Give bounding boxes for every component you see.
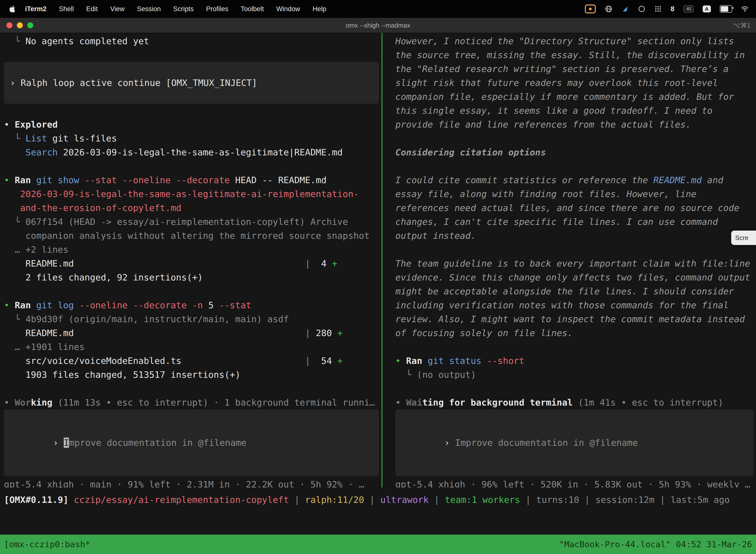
- prompt-chevron: ›: [444, 438, 455, 448]
- menu-item-help[interactable]: Help: [306, 5, 333, 13]
- prompt-input[interactable]: › Improve documentation in @filename: [395, 409, 754, 476]
- terminal-line: companion analysis without altering the …: [4, 229, 379, 243]
- scrollback-line: └ No agents completed yet: [4, 34, 379, 48]
- minimize-button[interactable]: [17, 22, 23, 28]
- terminal-line: • Explored: [4, 118, 379, 131]
- tmux-session-label: [omx-cczip0:bash*: [4, 539, 90, 549]
- text-segment: --short: [487, 356, 524, 366]
- waiting-status-line: • Waiting for background terminal (1m 41…: [395, 396, 754, 409]
- text-segment: +: [337, 328, 343, 338]
- terminal-line: … +2 lines: [4, 243, 379, 257]
- text-segment: ting for background terminal: [422, 397, 573, 407]
- terminal-line: README.md | 280 +: [4, 326, 379, 340]
- text-segment: |: [74, 258, 311, 269]
- input-source-badge-icon[interactable]: A: [703, 3, 711, 14]
- text-segment: HEAD -- README.md: [235, 175, 326, 185]
- text-segment: Ran: [15, 175, 36, 185]
- text-segment: └: [4, 36, 25, 46]
- close-button[interactable]: [6, 22, 12, 28]
- text-segment: List: [25, 133, 47, 144]
- terminal-line: Search 2026-03-09-is-legal-the-same-as-l…: [4, 146, 379, 159]
- screen-recording-indicator-icon[interactable]: [585, 3, 596, 14]
- text-segment: README.md: [4, 328, 74, 338]
- text-segment: |: [520, 495, 536, 505]
- menu-item-shell[interactable]: Shell: [53, 5, 80, 13]
- text-segment: king: [31, 397, 52, 407]
- notification-toast[interactable]: Scre: [731, 231, 756, 245]
- menu-bar: iTerm2 Shell Edit View Session Scripts P…: [0, 0, 756, 18]
- text-segment: 5: [208, 300, 219, 310]
- text-segment: 54: [310, 356, 337, 366]
- reasoning-paragraph: The team guideline is to back every impo…: [395, 257, 754, 340]
- percent-badge-icon[interactable]: .61: [683, 3, 694, 14]
- text-segment: … +1901 lines: [4, 342, 84, 352]
- text-segment: git status: [428, 356, 487, 366]
- apple-menu[interactable]: [9, 5, 15, 13]
- terminal-line: • Ran git log --oneline --decorate -n 5 …: [4, 298, 379, 312]
- text-segment: The team guideline is to back every impo…: [395, 258, 750, 338]
- menu-item-scripts[interactable]: Scripts: [167, 5, 200, 13]
- window-title: omx --xhigh --madmax: [346, 21, 410, 29]
- text-segment: └: [395, 370, 417, 380]
- menu-item-view[interactable]: View: [104, 5, 131, 13]
- terminal-line: └ (no output): [395, 368, 754, 382]
- text-segment: •: [4, 300, 15, 310]
- text-segment: … +2 lines: [4, 244, 68, 255]
- menu-item-profiles[interactable]: Profiles: [200, 5, 235, 13]
- terminal-line: • Waiting for background terminal (1m 41…: [395, 396, 754, 409]
- text-segment: |: [364, 495, 380, 505]
- omx-status-line: [OMX#0.11.9] cczip/essay/ai-reimplementa…: [4, 493, 754, 507]
- circle-icon[interactable]: [638, 3, 645, 14]
- battery-icon[interactable]: [720, 3, 732, 14]
- text-segment: companion analysis without altering the …: [4, 231, 370, 241]
- terminal-line: • Working (11m 13s • esc to interrupt) ·…: [4, 396, 379, 409]
- text-segment: git log: [36, 300, 79, 310]
- text-segment: src/voice/voiceModeEnabled.ts: [4, 356, 181, 366]
- text-segment: README.md: [4, 258, 74, 269]
- text-cursor: I: [64, 438, 69, 448]
- menu-item-edit[interactable]: Edit: [80, 5, 104, 13]
- text-segment: 4b9d30f (origin/main, instructkr/main, m…: [25, 314, 289, 324]
- terminal-panes: └ No agents completed yet › Ralph loop a…: [0, 33, 756, 488]
- text-segment: |: [579, 495, 595, 505]
- terminal-line: 2 files changed, 92 insertions(+): [4, 271, 379, 284]
- eight-icon[interactable]: 8: [671, 3, 675, 14]
- globe-icon[interactable]: [605, 3, 613, 14]
- git-log-block: • Ran git log --oneline --decorate -n 5 …: [4, 298, 379, 382]
- zoom-button[interactable]: [27, 22, 33, 28]
- text-segment: •: [4, 397, 15, 407]
- reasoning-paragraph: I could cite commit statistics or refere…: [395, 173, 754, 243]
- text-segment: Search: [25, 147, 58, 157]
- terminal-line: └ List git ls-files: [4, 131, 379, 146]
- terminal-line: 1903 files changed, 513517 insertions(+): [4, 368, 379, 382]
- terminal-line: › Ralph loop active continue [OMX_TMUX_I…: [10, 76, 373, 90]
- prompt-input[interactable]: › Improve documentation in @filename: [4, 409, 379, 476]
- working-status-line: • Working (11m 13s • esc to interrupt) ·…: [4, 396, 379, 409]
- tmux-status-bar[interactable]: [omx-cczip0:bash* "MacBook-Pro-44.local"…: [0, 535, 756, 554]
- shard-icon[interactable]: [622, 3, 629, 14]
- menu-item-toolbelt[interactable]: Toolbelt: [235, 5, 270, 13]
- text-segment: session:12m: [595, 495, 654, 505]
- text-segment: ultrawork: [380, 495, 429, 505]
- menu-item-window[interactable]: Window: [270, 5, 306, 13]
- traffic-lights: [6, 22, 33, 28]
- right-pane[interactable]: However, I noticed the "Directory Struct…: [382, 33, 756, 488]
- menu-item-session[interactable]: Session: [131, 5, 167, 13]
- text-segment: 4: [310, 258, 332, 269]
- git-show-block: • Ran git show --stat --oneline --decora…: [4, 173, 379, 284]
- dots-grid-icon[interactable]: [654, 3, 662, 14]
- text-segment: +: [332, 258, 337, 269]
- model-status-line: gpt-5.4 xhigh · main · 91% left · 2.31M …: [4, 478, 379, 488]
- text-segment: --stat --oneline --decorate: [84, 175, 235, 185]
- window-titlebar[interactable]: omx --xhigh --madmax ⌥⌘1: [0, 18, 756, 33]
- text-segment: team:1 workers: [445, 495, 520, 505]
- wifi-icon[interactable]: [741, 3, 749, 14]
- text-segment: and-the-erosion-of-copyleft.md: [4, 203, 181, 213]
- git-status-block: • Ran git status --short └ (no output): [395, 354, 754, 382]
- menu-item-iterm2[interactable]: iTerm2: [19, 5, 53, 13]
- left-pane[interactable]: └ No agents completed yet › Ralph loop a…: [0, 33, 381, 488]
- text-segment: turns:10: [536, 495, 579, 505]
- window-shortcut: ⌥⌘1: [733, 21, 751, 29]
- text-segment: README.md: [653, 175, 702, 185]
- text-segment: |: [429, 495, 445, 505]
